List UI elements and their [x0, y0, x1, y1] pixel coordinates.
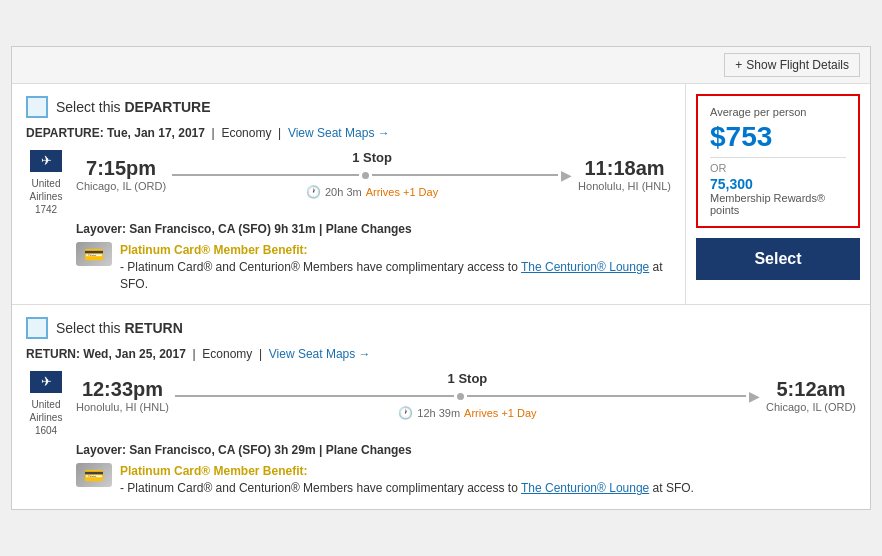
return-arrive-city: Chicago, IL (ORD)	[766, 401, 856, 413]
return-depart-time-block: 12:33pm Honolulu, HI (HNL)	[76, 378, 169, 413]
departure-airline-logo: United Airlines 1742	[26, 150, 66, 216]
departure-time: 7:15pm	[76, 157, 166, 180]
return-platinum-benefit: Platinum Card® Member Benefit: - Platinu…	[76, 463, 856, 497]
departure-time-block: 7:15pm Chicago, IL (ORD)	[76, 157, 166, 192]
page-container: + Show Flight Details Select this DEPART…	[11, 46, 871, 510]
departure-select-title: Select this DEPARTURE	[56, 99, 211, 115]
return-line-dot	[457, 393, 464, 400]
return-platinum-card-icon	[76, 463, 112, 487]
return-airline-flag-icon	[30, 371, 62, 393]
departure-seat-maps-link[interactable]: View Seat Maps →	[288, 126, 390, 140]
return-arrives-plus-label: Arrives +1 Day	[464, 407, 536, 419]
return-airline-logo: United Airlines 1604	[26, 371, 66, 437]
return-flight-row: United Airlines 1604 12:33pm Honolulu, H…	[26, 371, 856, 437]
airline-flag-icon	[30, 150, 62, 172]
departure-sidebar: Average per person $753 OR 75,300 Member…	[685, 84, 870, 304]
return-depart-time: 12:33pm	[76, 378, 169, 401]
return-stop-label: 1 Stop	[448, 371, 488, 386]
arrival-city: Honolulu, HI (HNL)	[578, 180, 671, 192]
return-main: Select this RETURN RETURN: Wed, Jan 25, …	[12, 305, 870, 509]
return-line-block: 1 Stop ▶ 🕐 12h 39m Arrives +1 Day	[175, 371, 760, 420]
return-layover: Layover: San Francisco, CA (SFO) 3h 29m …	[76, 443, 856, 457]
departure-main: Select this DEPARTURE DEPARTURE: Tue, Ja…	[12, 84, 685, 304]
return-duration: 🕐 12h 39m Arrives +1 Day	[398, 406, 536, 420]
clock-icon: 🕐	[306, 185, 321, 199]
return-flight-line: ▶	[175, 388, 760, 404]
centurion-lounge-link-departure[interactable]: The Centurion® Lounge	[521, 260, 649, 274]
avg-per-person-label: Average per person	[710, 106, 846, 118]
arrival-time-block: 11:18am Honolulu, HI (HNL)	[578, 157, 671, 192]
departure-duration: 🕐 20h 3m Arrives +1 Day	[306, 185, 438, 199]
arrival-time: 11:18am	[578, 157, 671, 180]
price-or-label: OR	[710, 157, 846, 174]
return-line-segment-left	[175, 395, 454, 397]
price-points-label: Membership Rewards® points	[710, 192, 846, 216]
return-arrive-time: 5:12am	[766, 378, 856, 401]
return-select-title: Select this RETURN	[56, 320, 183, 336]
select-button[interactable]: Select	[696, 238, 860, 280]
return-select-header: Select this RETURN	[26, 317, 856, 339]
departure-platinum-benefit: Platinum Card® Member Benefit: - Platinu…	[76, 242, 671, 292]
departure-section: Select this DEPARTURE DEPARTURE: Tue, Ja…	[12, 84, 870, 305]
return-info-bar: RETURN: Wed, Jan 25, 2017 | Economy | Vi…	[26, 347, 856, 361]
departure-flight-row: United Airlines 1742 7:15pm Chicago, IL …	[26, 150, 671, 216]
departure-info-bar: DEPARTURE: Tue, Jan 17, 2017 | Economy |…	[26, 126, 671, 140]
price-amount: $753	[710, 122, 846, 153]
return-line-segment-right	[467, 395, 746, 397]
departure-select-header: Select this DEPARTURE	[26, 96, 671, 118]
platinum-benefit-title: Platinum Card® Member Benefit:	[120, 243, 308, 257]
arrives-plus-label: Arrives +1 Day	[366, 186, 438, 198]
departure-platinum-text: Platinum Card® Member Benefit: - Platinu…	[120, 242, 671, 292]
price-points: 75,300	[710, 176, 846, 192]
departure-layover: Layover: San Francisco, CA (SFO) 9h 31m …	[76, 222, 671, 236]
departure-flight-times: 7:15pm Chicago, IL (ORD) 1 Stop ▶ 🕐	[76, 150, 671, 199]
departure-checkbox[interactable]	[26, 96, 48, 118]
return-seat-maps-link[interactable]: View Seat Maps →	[269, 347, 371, 361]
return-platinum-text: Platinum Card® Member Benefit: - Platinu…	[120, 463, 694, 497]
show-flight-details-bar: + Show Flight Details	[12, 47, 870, 84]
show-flight-details-button[interactable]: + Show Flight Details	[724, 53, 860, 77]
line-arrow-icon: ▶	[561, 167, 572, 183]
price-box: Average per person $753 OR 75,300 Member…	[696, 94, 860, 228]
return-flight-times: 12:33pm Honolulu, HI (HNL) 1 Stop ▶ 🕐	[76, 371, 856, 420]
platinum-card-icon	[76, 242, 112, 266]
return-depart-city: Honolulu, HI (HNL)	[76, 401, 169, 413]
return-checkbox[interactable]	[26, 317, 48, 339]
plus-icon: +	[735, 58, 742, 72]
return-line-arrow-icon: ▶	[749, 388, 760, 404]
return-arrive-time-block: 5:12am Chicago, IL (ORD)	[766, 378, 856, 413]
show-flight-details-label: Show Flight Details	[746, 58, 849, 72]
line-segment-right	[372, 174, 559, 176]
departure-stop-label: 1 Stop	[352, 150, 392, 165]
return-section: Select this RETURN RETURN: Wed, Jan 25, …	[12, 305, 870, 509]
centurion-lounge-link-return[interactable]: The Centurion® Lounge	[521, 481, 649, 495]
departure-flight-line: ▶	[172, 167, 572, 183]
line-dot	[362, 172, 369, 179]
return-platinum-benefit-title: Platinum Card® Member Benefit:	[120, 464, 308, 478]
line-segment-left	[172, 174, 359, 176]
departure-city: Chicago, IL (ORD)	[76, 180, 166, 192]
return-clock-icon: 🕐	[398, 406, 413, 420]
departure-line-block: 1 Stop ▶ 🕐 20h 3m Arrives +1 Day	[172, 150, 572, 199]
